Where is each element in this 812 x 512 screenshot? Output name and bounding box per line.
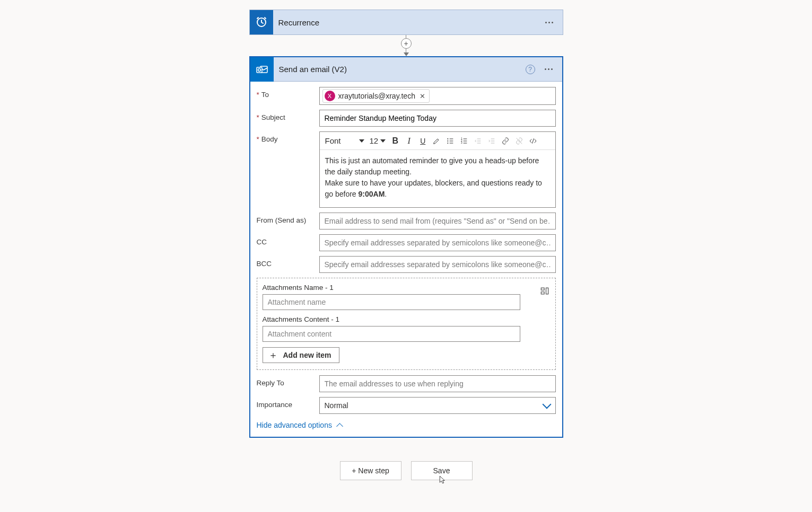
underline-button[interactable]: U <box>416 134 429 148</box>
new-step-button[interactable]: + New step <box>340 461 401 480</box>
svg-rect-24 <box>541 292 544 294</box>
trigger-title: Recurrence <box>273 18 543 27</box>
action-menu-button[interactable] <box>543 66 555 72</box>
cursor-icon <box>437 473 447 486</box>
remove-chip-icon[interactable]: ✕ <box>418 92 427 100</box>
to-input[interactable]: X xraytutorials@xray.tech ✕ <box>319 87 556 105</box>
to-label: *To <box>257 87 319 99</box>
bottom-actions: + New step Save <box>249 461 563 480</box>
avatar-icon: X <box>325 91 335 101</box>
svg-point-6 <box>448 143 449 144</box>
hide-advanced-options-link[interactable]: Hide advanced options <box>257 421 342 429</box>
svg-rect-23 <box>541 288 544 290</box>
trigger-card[interactable]: Recurrence <box>249 10 563 35</box>
svg-rect-2 <box>257 67 262 73</box>
outlook-icon <box>250 57 274 82</box>
connector: + <box>249 35 563 56</box>
save-button[interactable]: Save <box>411 461 473 480</box>
body-editor[interactable]: This is just an automated reminder to gi… <box>320 150 555 207</box>
clock-icon <box>250 10 273 34</box>
help-icon[interactable]: ? <box>526 65 535 74</box>
indent-button[interactable] <box>485 134 498 148</box>
subject-label: *Subject <box>257 110 319 121</box>
chevron-up-icon <box>336 423 343 430</box>
link-button[interactable] <box>499 134 512 148</box>
attach-content-label: Attachments Content - 1 <box>263 315 550 323</box>
add-new-item-button[interactable]: ＋ Add new item <box>263 347 339 363</box>
plus-icon: ＋ <box>268 350 278 360</box>
importance-label: Importance <box>257 397 319 409</box>
subject-input[interactable] <box>319 110 556 127</box>
importance-value: Normal <box>325 401 348 410</box>
switch-array-mode-icon[interactable] <box>539 286 550 296</box>
cc-input[interactable] <box>319 234 556 251</box>
body-text-1: This is just an automated reminder to gi… <box>325 156 539 176</box>
importance-select[interactable]: Normal <box>319 397 556 414</box>
cc-label: CC <box>257 234 319 246</box>
bullet-list-button[interactable] <box>444 134 457 148</box>
attach-name-input[interactable] <box>263 294 520 310</box>
bcc-input[interactable] <box>319 256 556 273</box>
reply-to-label: Reply To <box>257 375 319 387</box>
attach-name-label: Attachments Name - 1 <box>263 284 550 292</box>
bcc-label: BCC <box>257 256 319 268</box>
highlight-button[interactable] <box>430 134 443 148</box>
svg-point-4 <box>448 138 449 139</box>
unlink-button[interactable] <box>513 134 526 148</box>
arrow-down-icon <box>404 52 409 56</box>
attach-content-input[interactable] <box>263 326 520 342</box>
attachments-group: Attachments Name - 1 Attachments Content… <box>257 278 556 370</box>
from-label: From (Send as) <box>257 213 319 224</box>
italic-button[interactable]: I <box>403 134 415 148</box>
svg-rect-25 <box>546 288 548 294</box>
insert-step-button[interactable]: + <box>401 38 412 49</box>
svg-text:3: 3 <box>461 142 462 144</box>
code-view-button[interactable] <box>527 134 539 148</box>
body-text-2c: . <box>385 190 387 198</box>
rich-text-toolbar: Font 12 B I U <box>320 132 555 150</box>
chip-email: xraytutorials@xray.tech <box>338 92 415 100</box>
outdent-button[interactable] <box>472 134 484 148</box>
body-text-2b: 9:00AM <box>359 190 385 198</box>
svg-point-5 <box>448 140 449 142</box>
trigger-menu-button[interactable] <box>543 20 555 25</box>
number-list-button[interactable]: 123 <box>458 134 470 148</box>
chevron-down-icon <box>542 400 551 409</box>
action-card: Send an email (V2) ? *To X xraytutorials… <box>249 56 563 438</box>
reply-to-input[interactable] <box>319 375 556 392</box>
body-text-2a: Make sure to have your updates, blockers… <box>325 179 542 198</box>
from-input[interactable] <box>319 213 556 229</box>
body-label: *Body <box>257 131 319 143</box>
bold-button[interactable]: B <box>389 134 401 148</box>
font-size-select[interactable]: 12 <box>368 136 388 145</box>
font-family-select[interactable]: Font <box>322 134 366 148</box>
action-title: Send an email (V2) <box>274 65 526 74</box>
recipient-chip[interactable]: X xraytutorials@xray.tech ✕ <box>322 89 430 103</box>
